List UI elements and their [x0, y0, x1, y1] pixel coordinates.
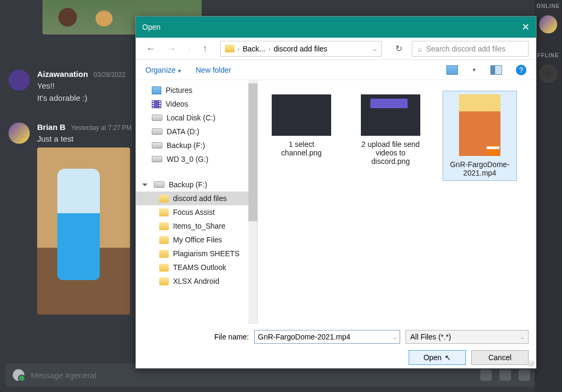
- members-offline-label: FFLINE: [534, 49, 562, 62]
- file-name: 2 upload file send videos to discord.png: [357, 140, 424, 165]
- tree-item-label: Backup (F:): [167, 141, 205, 150]
- open-button[interactable]: Open ↖: [409, 350, 466, 365]
- file-open-dialog: Open ✕ ← → ⌵ ↑ › Back... › discord add f…: [135, 16, 537, 369]
- preview-pane-icon[interactable]: [490, 65, 502, 75]
- timestamp: 03/28/2022: [93, 71, 125, 79]
- member-avatar[interactable]: [539, 65, 557, 83]
- filename-value: GnR-FargoDome-2021.mp4: [258, 333, 350, 341]
- composer-input[interactable]: [31, 371, 474, 380]
- chevron-down-icon[interactable]: ⌵: [373, 45, 377, 53]
- chevron-down-icon[interactable]: ⌵: [521, 334, 524, 340]
- folder-icon: [159, 222, 169, 230]
- view-mode-icon[interactable]: [446, 65, 458, 75]
- new-folder-button[interactable]: New folder: [196, 66, 231, 74]
- tree-item-label: Backup (F:): [169, 180, 207, 189]
- tree-item[interactable]: Videos: [136, 97, 257, 111]
- avatar[interactable]: [8, 123, 30, 144]
- folder-tree[interactable]: PicturesVideosLocal Disk (C:)DATA (D:)Ba…: [136, 80, 258, 324]
- file-thumbnail: [272, 94, 331, 136]
- nav-recent-dropdown-icon[interactable]: ⌵: [185, 43, 194, 54]
- cancel-button[interactable]: Cancel: [471, 350, 529, 365]
- file-thumbnail: [459, 94, 500, 156]
- nav-forward-icon: →: [164, 41, 179, 56]
- tree-item[interactable]: Focus Assist: [136, 205, 257, 219]
- organize-menu[interactable]: Organize▼: [145, 66, 182, 74]
- search-placeholder: Search discord add files: [426, 45, 505, 53]
- tree-item[interactable]: DATA (D:): [136, 125, 257, 138]
- tree-item[interactable]: Plagiarism SHEETS: [136, 247, 257, 260]
- tree-item-label: Items_to_Share: [173, 222, 226, 230]
- breadcrumb-segment[interactable]: Back...: [243, 45, 265, 53]
- timestamp: Yesterday at 7:27 PM: [71, 124, 132, 132]
- tree-item[interactable]: Backup (F:): [136, 138, 257, 152]
- tree-item[interactable]: discord add files: [136, 191, 257, 205]
- file-item[interactable]: GnR-FargoDome-2021.mp4: [443, 91, 517, 181]
- filename-input[interactable]: GnR-FargoDome-2021.mp4 ⌵: [254, 330, 400, 344]
- members-online-label: ONLINE: [534, 0, 562, 12]
- drive-icon: [154, 181, 165, 188]
- refresh-icon[interactable]: ↻: [391, 41, 407, 56]
- pictures-icon: [152, 86, 161, 94]
- gift-icon[interactable]: [480, 369, 492, 381]
- tree-item-label: Focus Assist: [173, 208, 215, 216]
- username[interactable]: Aizawanation: [37, 69, 88, 79]
- nav-back-icon[interactable]: ←: [143, 41, 159, 56]
- attachment-image-bottle[interactable]: [37, 147, 130, 315]
- search-input[interactable]: ⌕ Search discord add files: [412, 41, 529, 57]
- tree-item[interactable]: Items_to_Share: [136, 219, 257, 233]
- file-item[interactable]: 2 upload file send videos to discord.png: [353, 91, 428, 169]
- file-thumbnail: [361, 94, 420, 136]
- chevron-down-icon[interactable]: ⌵: [393, 334, 396, 340]
- tree-item-label: XLSX Android: [173, 277, 219, 285]
- tree-item-label: Pictures: [166, 86, 193, 94]
- tree-item-label: DATA (D:): [167, 127, 200, 136]
- sticker-icon[interactable]: [518, 369, 530, 381]
- file-item[interactable]: 1 select channel.png: [264, 91, 339, 161]
- chevron-right-icon: ›: [238, 46, 240, 52]
- chevron-down-icon[interactable]: ▼: [472, 67, 477, 73]
- dialog-titlebar[interactable]: Open ✕: [136, 16, 536, 38]
- members-sidebar: ONLINE FFLINE: [534, 0, 562, 392]
- chevron-right-icon: ›: [269, 46, 271, 52]
- drive-icon: [152, 156, 162, 162]
- dialog-title: Open: [142, 23, 160, 31]
- tree-item[interactable]: Pictures: [136, 83, 257, 97]
- file-name: GnR-FargoDome-2021.mp4: [446, 160, 513, 177]
- vlc-cone-icon: [487, 142, 499, 155]
- tree-item[interactable]: XLSX Android: [136, 274, 257, 288]
- tree-item[interactable]: Local Disk (C:): [136, 111, 257, 125]
- file-list[interactable]: 1 select channel.png2 upload file send v…: [258, 80, 536, 324]
- breadcrumb-segment[interactable]: discord add files: [274, 45, 327, 53]
- scrollbar-thumb[interactable]: [248, 83, 257, 221]
- tree-item[interactable]: WD 3_0 (G:): [136, 152, 257, 166]
- resize-grip-icon[interactable]: [528, 360, 534, 367]
- tree-item[interactable]: My Office Files: [136, 233, 257, 247]
- drive-icon: [152, 115, 162, 121]
- folder-icon: [159, 236, 169, 244]
- folder-icon: [159, 250, 169, 258]
- folder-icon: [159, 195, 169, 203]
- close-icon[interactable]: ✕: [522, 21, 530, 33]
- nav-up-icon[interactable]: ↑: [200, 41, 211, 56]
- member-avatar[interactable]: [539, 15, 557, 33]
- attach-plus-icon[interactable]: [13, 369, 24, 381]
- drive-icon: [152, 128, 162, 135]
- filetype-select[interactable]: All Files (*.*) ⌵: [405, 330, 529, 344]
- tree-item[interactable]: TEAMS Outlook: [136, 260, 257, 274]
- tree-item-label: Local Disk (C:): [167, 114, 215, 122]
- tree-item-label: WD 3_0 (G:): [167, 155, 209, 163]
- tree-item[interactable]: Backup (F:): [136, 178, 257, 191]
- avatar[interactable]: [8, 69, 30, 91]
- videos-icon: [152, 100, 161, 108]
- tree-item-label: discord add files: [173, 194, 227, 203]
- search-icon: ⌕: [418, 45, 422, 53]
- breadcrumb[interactable]: › Back... › discord add files ⌵: [220, 41, 382, 57]
- gif-icon[interactable]: [499, 369, 511, 381]
- filetype-value: All Files (*.*): [410, 333, 451, 341]
- username[interactable]: Brian B: [37, 123, 65, 132]
- file-name: 1 select channel.png: [268, 140, 335, 157]
- tree-item-label: My Office Files: [173, 236, 222, 244]
- drive-icon: [152, 142, 162, 149]
- help-icon[interactable]: ?: [516, 65, 526, 75]
- tree-item-label: Plagiarism SHEETS: [173, 249, 239, 258]
